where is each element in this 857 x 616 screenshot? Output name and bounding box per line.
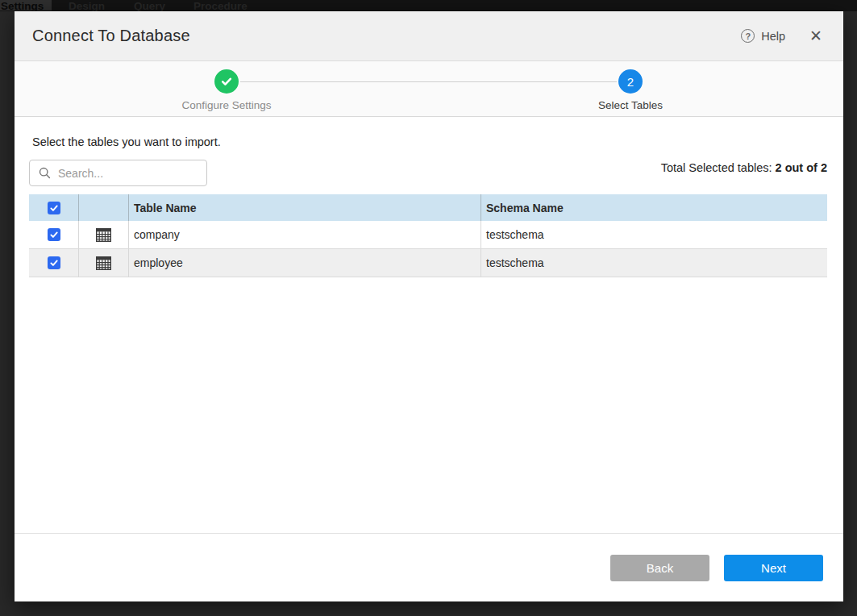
search-input[interactable] — [58, 167, 195, 180]
wizard-stepper: 2 Configure Settings Select Tables — [15, 61, 843, 117]
connect-to-database-dialog: Connect To Database ? Help ✕ 2 Configure… — [15, 11, 843, 601]
background-tab-design[interactable]: Design — [69, 0, 105, 11]
search-icon — [39, 167, 51, 179]
back-button[interactable]: Back — [610, 555, 709, 581]
background-tab-procedure[interactable]: Procedure — [193, 0, 248, 11]
tables-list: Table Name Schema Name — [29, 194, 827, 277]
instruction-text: Select the tables you want to import. — [32, 135, 221, 148]
schema-name-cell: testschema — [481, 221, 827, 248]
table-row[interactable]: employee testschema — [29, 249, 827, 277]
row-checkbox-cell — [29, 221, 79, 248]
table-grid-icon — [96, 228, 111, 242]
step-1-label: Configure Settings — [138, 99, 315, 111]
selected-tables-summary-value: 2 out of 2 — [776, 161, 827, 174]
background-tab-query[interactable]: Query — [134, 0, 165, 11]
selected-tables-summary: Total Selected tables: 2 out of 2 — [661, 161, 827, 174]
header-select-all-cell — [29, 194, 79, 221]
table-name-cell: company — [129, 221, 481, 248]
help-button[interactable]: ? Help — [741, 29, 785, 43]
table-row[interactable]: company testschema — [29, 221, 827, 249]
schema-name-cell: testschema — [481, 249, 827, 277]
row-checkbox-cell — [29, 249, 79, 277]
check-icon — [49, 230, 59, 239]
row-checkbox[interactable] — [48, 256, 60, 269]
next-button[interactable]: Next — [724, 555, 823, 581]
help-icon: ? — [741, 29, 755, 43]
dialog-title: Connect To Database — [32, 27, 190, 45]
step-2-number-badge[interactable]: 2 — [618, 69, 643, 94]
check-icon — [49, 258, 59, 268]
column-header-table-name[interactable]: Table Name — [129, 194, 481, 221]
close-icon[interactable]: ✕ — [809, 28, 822, 44]
step-1-complete-icon[interactable] — [214, 69, 239, 94]
header-icon-cell — [79, 194, 129, 221]
header-actions: ? Help ✕ — [741, 28, 822, 44]
row-checkbox[interactable] — [48, 228, 60, 241]
selected-tables-summary-label: Total Selected tables: — [661, 161, 776, 174]
search-box[interactable] — [29, 160, 207, 186]
table-grid-icon — [96, 256, 111, 270]
step-2-label: Select Tables — [542, 99, 719, 111]
check-icon — [49, 203, 59, 213]
table-name-cell: employee — [129, 249, 481, 277]
dialog-footer: Back Next — [15, 533, 843, 601]
background-tab-bar: Settings Design Query Procedure — [0, 0, 857, 11]
row-icon-cell — [79, 249, 129, 277]
step-connector-line — [240, 81, 617, 82]
background-tab-settings[interactable]: Settings — [0, 0, 52, 10]
check-icon — [220, 75, 233, 88]
help-label: Help — [761, 30, 785, 43]
column-header-schema-name[interactable]: Schema Name — [481, 194, 827, 221]
row-icon-cell — [79, 221, 129, 248]
select-all-checkbox[interactable] — [48, 202, 60, 214]
tables-header-row: Table Name Schema Name — [29, 194, 827, 221]
dialog-header: Connect To Database ? Help ✕ — [15, 11, 843, 61]
